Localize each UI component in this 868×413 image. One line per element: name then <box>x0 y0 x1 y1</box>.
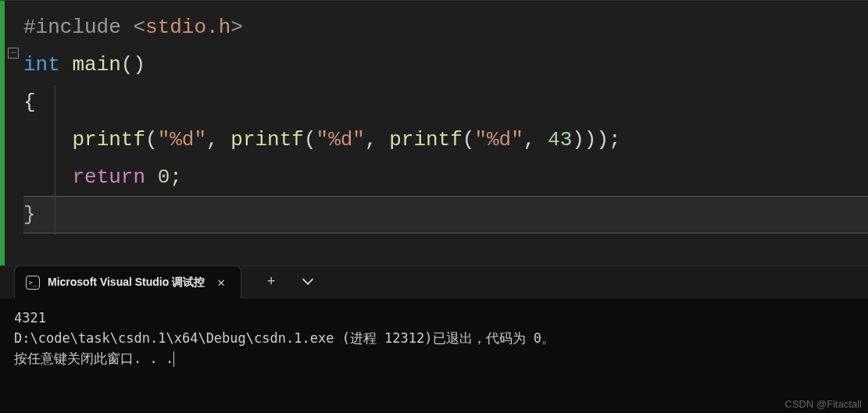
close-icon[interactable]: ✕ <box>213 273 230 292</box>
terminal-cursor <box>173 351 174 367</box>
change-indicator-bar <box>0 1 5 266</box>
chevron-down-icon <box>302 274 313 285</box>
code-line-1: #include <stdio.h> <box>23 9 868 46</box>
terminal-tab-title: Microsoft Visual Studio 调试控 <box>48 276 205 290</box>
current-line-highlight <box>23 196 868 233</box>
tab-dropdown-button[interactable] <box>298 271 318 293</box>
fold-minus-icon[interactable]: − <box>8 48 19 59</box>
output-line: 4321 <box>14 308 854 328</box>
new-tab-button[interactable]: + <box>261 271 282 293</box>
code-line-4: printf("%d", printf("%d", printf("%d", 4… <box>23 121 868 158</box>
code-line-3: { <box>23 84 868 121</box>
terminal-panel: >_ Microsoft Visual Studio 调试控 ✕ + 4321 … <box>0 265 868 413</box>
terminal-tab[interactable]: >_ Microsoft Visual Studio 调试控 ✕ <box>14 265 241 298</box>
tab-actions: + <box>261 271 318 293</box>
terminal-tab-bar: >_ Microsoft Visual Studio 调试控 ✕ + <box>0 265 868 298</box>
watermark: CSDN @Fitactall <box>785 398 862 410</box>
code-line-5: return 0; <box>23 158 868 196</box>
code-editor[interactable]: − #include <stdio.h> int main() { printf… <box>0 0 868 265</box>
output-line: 按任意键关闭此窗口. . . <box>14 348 854 368</box>
output-line: D:\code\task\csdn.1\x64\Debug\csdn.1.exe… <box>14 328 854 348</box>
terminal-output[interactable]: 4321 D:\code\task\csdn.1\x64\Debug\csdn.… <box>0 298 868 378</box>
code-line-2: int main() <box>23 46 868 84</box>
terminal-icon: >_ <box>26 276 40 290</box>
